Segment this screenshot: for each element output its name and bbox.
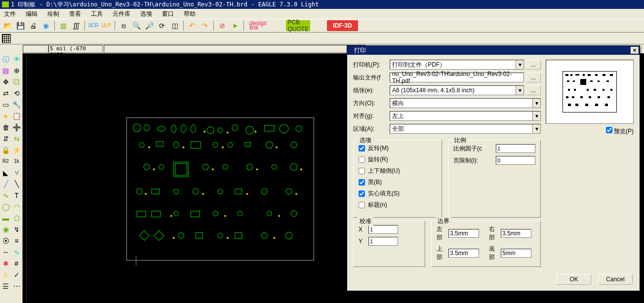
output-field[interactable]: no_Uno_Rev3-02-TH\arduino_Uno_Rev3-02-TH…	[390, 73, 524, 82]
area-combo[interactable]: 全部▾	[390, 124, 541, 134]
lock-tool-icon[interactable]: 🔒	[0, 145, 11, 155]
menu-window[interactable]: 窗口	[162, 10, 174, 18]
erc-tool-icon[interactable]: ⚠	[0, 269, 11, 280]
open-icon[interactable]: 📂	[2, 20, 13, 31]
go-icon[interactable]: ➤	[230, 20, 241, 31]
attribute-tool-icon[interactable]: ≡	[11, 235, 22, 246]
border-bottom-input[interactable]	[501, 249, 531, 258]
preview-checkbox[interactable]	[606, 127, 612, 133]
group-tool-icon[interactable]: ▭	[0, 99, 11, 110]
calib-x-input[interactable]	[368, 225, 398, 234]
solid-checkbox[interactable]	[359, 190, 365, 197]
dimension-tool-icon[interactable]: ↔	[0, 247, 11, 258]
via-tool-icon[interactable]: ◉	[0, 224, 11, 235]
pcbquote-button[interactable]: PCB QUOTE	[286, 20, 310, 31]
command-input[interactable]	[104, 45, 365, 53]
paper-combo[interactable]: A6 (105x148 mm, 4.1x5.8 inch)▾	[390, 85, 524, 95]
pinswap-tool-icon[interactable]: ⇵	[0, 133, 11, 144]
change-tool-icon[interactable]: 🔧	[11, 99, 22, 110]
upsidedown-checkbox[interactable]	[359, 168, 365, 174]
split-tool-icon[interactable]: ⑂	[11, 167, 22, 178]
page-limit-input[interactable]	[496, 156, 535, 165]
output-browse-button[interactable]: ...	[526, 73, 541, 82]
zoom-in-icon[interactable]: 🔍	[131, 20, 142, 31]
circle-tool-icon[interactable]: ◯	[0, 201, 11, 212]
scr-icon[interactable]: SCR	[88, 20, 99, 31]
ratsnest-tool-icon[interactable]: ✱	[0, 258, 11, 269]
hole-tool-icon[interactable]: ⦿	[0, 235, 11, 246]
caption-checkbox[interactable]	[359, 202, 365, 208]
name-tool-icon[interactable]: R2	[0, 156, 11, 167]
board-icon[interactable]: ▥	[58, 20, 69, 31]
paste-tool-icon[interactable]: 📋	[11, 111, 22, 121]
coord-slot-1[interactable]	[23, 45, 48, 53]
sheet-icon[interactable]: ∭	[71, 20, 81, 31]
smash-tool-icon[interactable]: ⚡	[11, 145, 22, 155]
menu-edit[interactable]: 编辑	[26, 10, 38, 18]
signal-tool-icon[interactable]: ↯	[11, 224, 22, 235]
cam-icon[interactable]: ◉	[40, 20, 51, 31]
calib-y-input[interactable]	[368, 237, 398, 246]
stop-icon[interactable]: ⊘	[217, 20, 228, 31]
black-checkbox[interactable]	[359, 179, 365, 186]
close-icon[interactable]: ×	[631, 47, 639, 54]
redraw-icon[interactable]: ⟳	[157, 20, 167, 31]
cut-tool-icon[interactable]: ●	[0, 111, 11, 121]
chevron-down-icon[interactable]: ▾	[532, 112, 540, 120]
text-tool-icon[interactable]: T	[11, 190, 22, 201]
meander-tool-icon[interactable]: ∿	[11, 247, 22, 258]
auto-tool-icon[interactable]: #	[11, 258, 22, 269]
orient-combo[interactable]: 横向▾	[390, 98, 541, 108]
rotate-tool-icon[interactable]: ⟲	[11, 88, 22, 99]
menu-library[interactable]: 元件库	[113, 10, 130, 18]
wire-tool-icon[interactable]: ∿	[0, 190, 11, 201]
printer-browse-button[interactable]: ...	[526, 60, 541, 70]
ok-button[interactable]: OK	[557, 274, 591, 285]
move-tool-icon[interactable]: ✥	[0, 76, 11, 87]
menu-file[interactable]: 文件	[4, 10, 16, 18]
chevron-down-icon[interactable]: ▾	[532, 124, 540, 133]
drc-tool-icon[interactable]: ✓	[11, 269, 22, 280]
chevron-down-icon[interactable]: ▾	[532, 99, 540, 108]
value-tool-icon[interactable]: 1k	[11, 156, 22, 167]
chevron-down-icon[interactable]: ▾	[516, 60, 523, 69]
ulp-icon[interactable]: ULP	[101, 20, 112, 31]
undo-icon[interactable]: ↶	[187, 20, 198, 31]
idf3d-button[interactable]: IDF-3D	[327, 20, 358, 31]
designlink-button[interactable]: design link	[247, 20, 269, 31]
cancel-button[interactable]: Cancel	[598, 274, 633, 285]
zoom-out-icon[interactable]: 🔎	[144, 20, 155, 31]
show-tool-icon[interactable]: 👁	[11, 54, 22, 65]
route-tool-icon[interactable]: ╱	[0, 179, 11, 189]
rect-tool-icon[interactable]: ▬	[0, 213, 11, 224]
border-left-input[interactable]	[448, 229, 479, 238]
menu-options[interactable]: 选项	[140, 10, 152, 18]
paper-browse-button[interactable]: ...	[526, 85, 541, 95]
tool-extra-icon[interactable]: ⋯	[11, 281, 22, 292]
zoom-fit-icon[interactable]: ⧈	[118, 20, 129, 31]
scale-factor-input[interactable]	[496, 144, 535, 153]
replace-tool-icon[interactable]: ⇆	[11, 133, 22, 144]
menu-view[interactable]: 查看	[69, 10, 81, 18]
rotate-checkbox[interactable]	[359, 156, 365, 163]
grid-icon[interactable]	[2, 34, 11, 43]
errors-tool-icon[interactable]: ☰	[0, 281, 11, 292]
mirror-tool-icon[interactable]: ⇄	[0, 88, 11, 99]
arc-tool-icon[interactable]: ◠	[11, 201, 22, 212]
dialog-titlebar[interactable]: 打印 ×	[347, 46, 640, 55]
menu-draw[interactable]: 绘制	[47, 10, 59, 18]
delete-tool-icon[interactable]: 🗑	[0, 122, 11, 133]
copy-tool-icon[interactable]: ⿻	[11, 76, 22, 87]
info-tool-icon[interactable]: ⓘ	[0, 54, 11, 65]
chevron-down-icon[interactable]: ▾	[516, 86, 523, 95]
printer-combo[interactable]: 打印到文件（PDF）▾	[390, 60, 524, 70]
border-right-input[interactable]	[501, 229, 531, 238]
add-tool-icon[interactable]: ➕	[11, 122, 22, 133]
save-icon[interactable]: 💾	[15, 20, 26, 31]
miter-tool-icon[interactable]: ◣	[0, 167, 11, 178]
redo-icon[interactable]: ↷	[200, 20, 210, 31]
border-top-input[interactable]	[448, 249, 479, 258]
layers-tool-icon[interactable]: ▤	[0, 65, 11, 76]
mirror-checkbox[interactable]	[359, 145, 365, 152]
mark-tool-icon[interactable]: ⊕	[11, 65, 22, 76]
